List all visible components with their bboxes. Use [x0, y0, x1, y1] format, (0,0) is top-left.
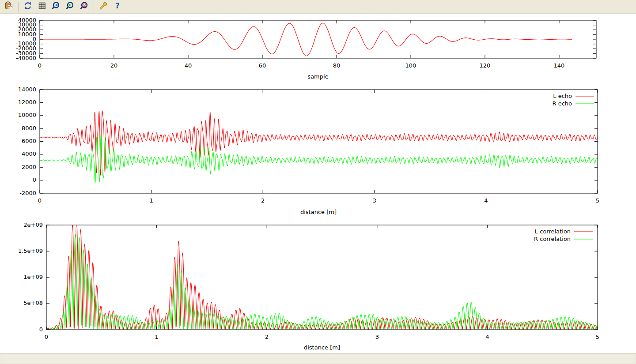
statusbar — [0, 353, 636, 364]
grid-button[interactable] — [35, 0, 49, 13]
zoom-previous-icon — [52, 1, 61, 12]
y-tick-label: 6000 — [22, 138, 36, 144]
middle-chart-axes: 01234514000120001000080006000400020000-2… — [18, 86, 600, 204]
y-tick-label: 12000 — [18, 99, 36, 105]
bottom-chart: 0123452e+091.5e+091e+095e+080distance [m… — [18, 221, 599, 351]
x-tick-label: 5 — [596, 334, 599, 340]
replot-button[interactable] — [21, 0, 34, 13]
x-tick-label: 5 — [596, 197, 599, 204]
x-tick-label: 0 — [38, 62, 42, 69]
top-chart: 020406080100120140400003000020000100000-… — [16, 17, 596, 80]
y-tick-label: 5e+08 — [23, 300, 43, 306]
zoom-next-button[interactable] — [64, 0, 77, 13]
zoom-next-icon — [66, 1, 75, 12]
zoom-previous-button[interactable] — [49, 0, 63, 13]
x-tick-label: 0 — [45, 334, 48, 340]
toolbar: ? — [0, 0, 636, 14]
y-tick-label: 4000 — [22, 150, 36, 157]
top-chart-series-chirp-pulse — [40, 23, 572, 56]
plot-canvas[interactable]: 020406080100120140400003000020000100000-… — [0, 14, 636, 353]
copy-plot-button[interactable] — [2, 0, 15, 13]
copy-plot-icon — [4, 1, 13, 12]
y-tick-label: 1.5e+09 — [18, 248, 43, 254]
y-tick-label: 14000 — [18, 86, 36, 93]
autoscale-button[interactable] — [78, 0, 91, 13]
middle-chart-series — [40, 111, 598, 183]
middle-chart-xlabel: distance [m] — [300, 209, 337, 215]
help-button[interactable]: ? — [111, 0, 124, 13]
x-tick-label: 4 — [485, 334, 489, 340]
replot-icon — [23, 1, 32, 12]
x-tick-label: 4 — [484, 197, 488, 204]
top-chart-axes: 020406080100120140400003000020000100000-… — [16, 17, 596, 69]
x-tick-label: 60 — [259, 62, 266, 69]
x-tick-label: 0 — [38, 197, 42, 204]
y-tick-label: 10000 — [18, 112, 36, 118]
bottom-chart-xlabel: distance [m] — [304, 344, 340, 351]
x-tick-label: 2 — [261, 197, 265, 204]
x-tick-label: 40 — [185, 62, 192, 69]
y-tick-label: 8000 — [22, 125, 36, 131]
top-chart-xlabel: sample — [307, 73, 328, 80]
x-tick-label: 140 — [554, 62, 565, 69]
plots-svg: 020406080100120140400003000020000100000-… — [0, 14, 636, 353]
x-tick-label: 3 — [375, 334, 379, 340]
legend-label: L echo — [553, 93, 572, 99]
x-tick-label: 1 — [155, 334, 158, 340]
bottom-chart-legend: L correlationR correlation — [534, 228, 593, 242]
status-field — [1, 355, 635, 363]
y-tick-label: 1e+09 — [23, 274, 43, 280]
x-tick-label: 3 — [373, 197, 376, 204]
top-chart-series — [40, 23, 572, 56]
legend-label: R echo — [552, 100, 572, 107]
y-tick-label: 0 — [33, 176, 36, 183]
svg-text:?: ? — [115, 1, 120, 10]
toolbar-separator — [94, 2, 94, 11]
settings-button[interactable] — [97, 0, 110, 13]
help-icon: ? — [113, 1, 122, 12]
y-tick-label: 0 — [39, 326, 43, 333]
y-tick-label: 2e+09 — [23, 221, 43, 228]
x-tick-label: 100 — [405, 62, 416, 69]
bottom-chart-series-r-correlation — [46, 234, 598, 330]
x-tick-label: 2 — [265, 334, 269, 340]
wrench-icon — [99, 1, 108, 12]
toolbar-separator — [18, 2, 19, 11]
legend-label: L correlation — [535, 228, 571, 235]
x-tick-label: 1 — [149, 197, 153, 204]
x-tick-label: 20 — [110, 62, 118, 69]
y-tick-label: -40000 — [16, 55, 36, 61]
x-tick-label: 120 — [480, 62, 491, 69]
middle-chart-legend: L echoR echo — [552, 93, 594, 107]
y-tick-label: -2000 — [19, 190, 36, 196]
x-tick-label: 80 — [333, 62, 341, 69]
bottom-chart-series-l-correlation — [46, 221, 598, 330]
autoscale-icon — [80, 1, 89, 12]
legend-label: R correlation — [534, 236, 571, 242]
y-tick-label: 2000 — [22, 164, 36, 170]
bottom-chart-series — [46, 221, 598, 330]
middle-chart: 01234514000120001000080006000400020000-2… — [18, 86, 600, 216]
grid-icon — [38, 1, 46, 12]
